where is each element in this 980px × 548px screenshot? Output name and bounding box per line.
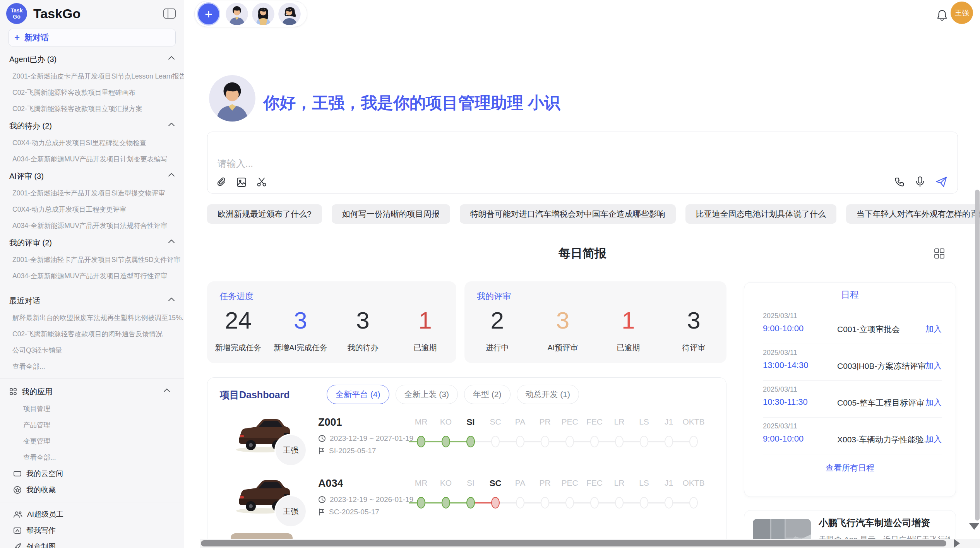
sidebar-conversation-item[interactable]: C0X4-动力总成开发项目SI里程碑提交物检查 [0, 135, 184, 151]
section-title: Agent已办 (3) [9, 55, 57, 63]
scissors-icon[interactable] [256, 177, 267, 188]
sidebar-recent-item[interactable]: 公司Q3轻卡销量 [0, 342, 184, 358]
milestone-node [533, 435, 557, 448]
project-code: Z001 [318, 416, 342, 428]
milestone-dot [466, 436, 475, 447]
chevron-up-icon[interactable] [168, 55, 175, 61]
user-avatar[interactable]: 王强 [951, 2, 973, 24]
assistant-avatar[interactable] [226, 3, 248, 25]
layout-grid-icon[interactable] [934, 248, 945, 259]
plus-icon: + [14, 33, 20, 42]
join-button[interactable]: 加入 [925, 397, 942, 408]
phone-call-icon[interactable] [894, 176, 905, 187]
suggestion-chip[interactable]: 欧洲新规最近颁布了什么? [207, 204, 322, 224]
suggestion-chip[interactable]: 比亚迪全固态电池计划具体说了什么 [685, 204, 836, 224]
sidebar-item-cloud-space[interactable]: 我的云空间 [0, 466, 184, 482]
milestone-node [458, 496, 483, 509]
sidebar-conversation-item[interactable]: A034-全新新能源MUV产品开发项目计划变更表编写 [0, 151, 184, 167]
dashboard-tab[interactable]: 全新上装 (3) [396, 385, 458, 404]
logo-text: Task [11, 7, 23, 14]
horizontal-scrollbar-thumb[interactable] [201, 540, 946, 546]
sidebar: Task Go TaskGo + 新对话 Agent已办 (3) Z001-全新… [0, 0, 184, 548]
section-my-apps[interactable]: 我的应用 [0, 383, 184, 401]
sidebar-item-creative-draw[interactable]: 创意制图 [0, 539, 184, 548]
sidebar-conversation-item[interactable]: A034-全新新能源MUV产品开发项目造型可行性评审 [0, 268, 184, 284]
milestone-node [582, 496, 607, 509]
image-icon[interactable] [236, 177, 247, 188]
sidebar-collapse-icon[interactable] [163, 8, 176, 19]
milestone-node [508, 435, 533, 448]
suggestion-chip[interactable]: 如何写一份清晰的项目周报 [332, 204, 450, 224]
sidebar-recent-item[interactable]: 解释最新出台的欧盟报废车法规再生塑料比例被调至15%... [0, 310, 184, 326]
join-button[interactable]: 加入 [925, 434, 942, 445]
project-flag: SI-2025-05-17 [318, 447, 376, 455]
sidebar-conversation-item[interactable]: A034-全新新能源MUV产品开发项目法规符合性评审 [0, 217, 184, 234]
sidebar-item-help-write[interactable]: 帮我写作 [0, 522, 184, 539]
schedule-event-title: X003-车辆动力学性能验... [837, 434, 931, 445]
send-icon[interactable] [935, 176, 947, 188]
sidebar-conversation-item[interactable]: Z001-全新燃油皮卡产品开发项目SI节点Lesson Learn报告 [0, 68, 184, 84]
clock-icon [318, 435, 326, 442]
attach-file-icon[interactable] [217, 177, 227, 188]
milestone-dot [417, 497, 425, 509]
join-button[interactable]: 加入 [925, 360, 942, 371]
schedule-item: 2025/03/11 9:00-10:00 X003-车辆动力学性能验... 加… [744, 420, 956, 457]
chevron-up-icon[interactable] [163, 388, 171, 393]
milestone-dot [665, 436, 673, 447]
section-list: C0X4-动力总成开发项目SI里程碑提交物检查A034-全新新能源MUV产品开发… [0, 135, 184, 167]
chat-input[interactable] [218, 156, 759, 171]
sidebar-recent-item[interactable]: 查看全部... [0, 358, 184, 375]
milestone-label: PR [533, 478, 557, 488]
task-progress-card: 任务进度 24 新增完成任务 3 新增AI完成任务 3 我的待办 1 已逾期 [207, 281, 456, 363]
chevron-up-icon[interactable] [168, 172, 175, 178]
assistant-avatar-large [209, 75, 255, 122]
join-button[interactable]: 加入 [925, 324, 942, 334]
schedule-time: 13:00-14:30 [763, 360, 808, 370]
dashboard-tab[interactable]: 全新平台 (4) [327, 385, 389, 404]
sidebar-app-item[interactable]: 查看全部... [0, 449, 184, 466]
scroll-right-arrow-icon[interactable] [954, 539, 960, 548]
notification-bell-icon[interactable] [936, 9, 948, 22]
section-my-review[interactable]: 我的评审 (2) [0, 234, 184, 252]
chevron-up-icon[interactable] [168, 239, 175, 244]
section-recent-chats[interactable]: 最近对话 [0, 292, 184, 310]
horizontal-scrollbar[interactable] [200, 539, 980, 548]
sidebar-conversation-item[interactable]: C02-飞腾新能源轻客改款项目立项汇报方案 [0, 101, 184, 117]
chevron-up-icon[interactable] [168, 122, 175, 127]
section-my-todo[interactable]: 我的待办 (2) [0, 117, 184, 135]
stat: 1 已逾期 [394, 307, 456, 353]
suggestion-chip[interactable]: 当下年轻人对汽车外观有怎样的喜好趋势 [846, 204, 980, 224]
new-chat-button[interactable]: + 新对话 [9, 29, 176, 46]
sidebar-conversation-item[interactable]: Z001-全新燃油轻卡产品开发项目SI节点属性5D文件评审 [0, 252, 184, 268]
sidebar-conversation-item[interactable]: Z001-全新燃油轻卡产品开发项目SI造型提交物评审 [0, 185, 184, 201]
milestone-dot [565, 497, 574, 509]
section-ai-review[interactable]: AI评审 (3) [0, 167, 184, 185]
dashboard-tab[interactable]: 年型 (2) [464, 385, 511, 404]
scroll-down-arrow-icon[interactable] [969, 523, 979, 530]
sidebar-recent-item[interactable]: C02-飞腾新能源轻客改款项目的闭环通告反馈情况 [0, 326, 184, 342]
sidebar-item-favorites[interactable]: 我的收藏 [0, 482, 184, 498]
sidebar-app-item[interactable]: 产品管理 [0, 417, 184, 433]
sidebar-app-item[interactable]: 变更管理 [0, 433, 184, 449]
view-all-schedule-link[interactable]: 查看所有日程 [744, 462, 956, 473]
assistant-avatar[interactable] [278, 3, 301, 25]
milestone-label: SI [458, 417, 483, 427]
mic-icon[interactable] [915, 176, 925, 188]
stat-label: 我的待办 [332, 342, 394, 353]
milestone-dot [640, 436, 648, 447]
milestone-label: SC [483, 478, 508, 488]
chevron-up-icon[interactable] [168, 297, 175, 302]
vertical-scrollbar-thumb[interactable] [975, 190, 980, 521]
sidebar-conversation-item[interactable]: C0X4-动力总成开发项目工程变更评审 [0, 201, 184, 217]
sidebar-conversation-item[interactable]: C02-飞腾新能源轻客改款项目里程碑画布 [0, 84, 184, 101]
project-row[interactable]: 王强 Z001 2023-12-19 ~ 2027-01-19 SI-2025-… [207, 411, 726, 472]
project-dates: 2023-12-19 ~ 2026-01-19 [318, 495, 413, 504]
sidebar-item-ai-staff[interactable]: AI超级员工 [0, 506, 184, 522]
add-assistant-button[interactable]: + [197, 2, 220, 26]
assistant-avatar[interactable] [252, 3, 274, 25]
project-row[interactable]: 王强 A034 2023-12-19 ~ 2026-01-19 SC-2025-… [207, 472, 726, 533]
dashboard-tab[interactable]: 动总开发 (1) [517, 385, 579, 404]
suggestion-chip[interactable]: 特朗普可能对进口汽车增税会对中国车企造成哪些影响 [460, 204, 676, 224]
section-agent-done[interactable]: Agent已办 (3) [0, 50, 184, 68]
sidebar-app-item[interactable]: 项目管理 [0, 401, 184, 417]
